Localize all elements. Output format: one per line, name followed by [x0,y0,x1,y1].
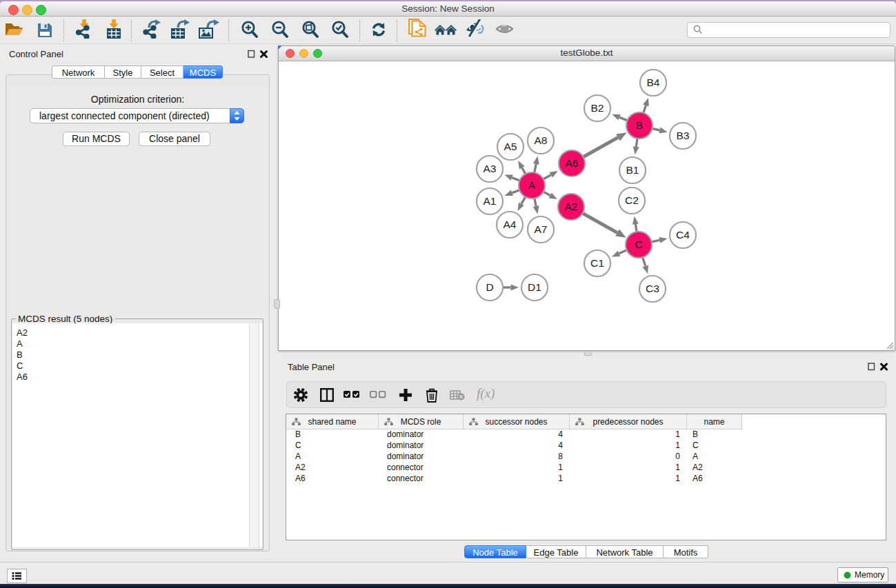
svg-text:A1: A1 [484,195,497,207]
svg-text:B: B [636,119,643,131]
svg-text:C: C [635,239,642,250]
svg-text:D1: D1 [528,281,541,293]
svg-text:D: D [486,281,493,293]
svg-text:A8: A8 [535,134,548,146]
svg-text:B2: B2 [591,102,604,114]
svg-text:C4: C4 [676,229,690,241]
svg-text:C3: C3 [646,283,659,294]
svg-text:A6: A6 [566,157,579,169]
svg-text:B3: B3 [677,130,690,141]
svg-text:C1: C1 [590,257,604,269]
svg-text:A3: A3 [484,163,497,174]
svg-text:A2: A2 [565,201,578,212]
svg-text:A7: A7 [535,223,548,235]
svg-text:A: A [528,179,536,191]
svg-text:C2: C2 [625,194,639,206]
svg-text:B4: B4 [647,77,660,88]
svg-text:A5: A5 [504,141,517,152]
svg-text:B1: B1 [626,164,639,176]
svg-text:A4: A4 [504,219,517,230]
